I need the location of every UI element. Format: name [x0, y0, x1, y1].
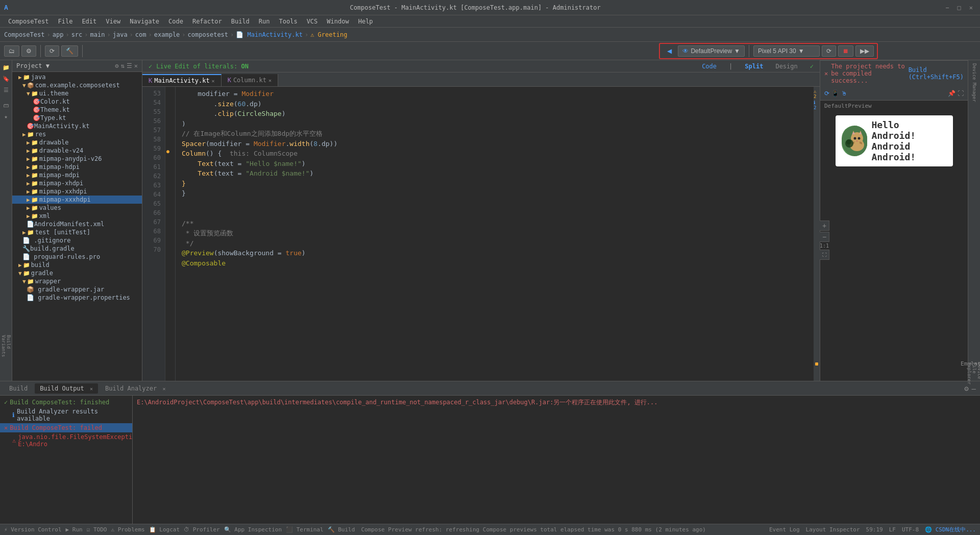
- csdn-indicator[interactable]: 🌐 CSDN在线中...: [925, 526, 976, 533]
- breadcrumb-src[interactable]: src: [71, 31, 83, 38]
- file-explorer-icon[interactable]: Device File Explorer: [969, 369, 979, 379]
- build-tree-exception[interactable]: ⚠ java.nio.file.FileSystemException: E:\…: [0, 432, 132, 449]
- breadcrumb-com[interactable]: com: [135, 31, 146, 38]
- close-button[interactable]: ✕: [966, 4, 976, 11]
- tree-item-gitignore[interactable]: 📄 .gitignore: [12, 236, 142, 245]
- expand-icon[interactable]: ⇅: [121, 62, 125, 69]
- settings-icon[interactable]: ☰: [127, 62, 132, 69]
- logcat-button[interactable]: 📋 Logcat: [149, 526, 180, 533]
- build-tree-finished[interactable]: ✓ Build ComposeTest: finished: [0, 398, 132, 407]
- tab-split[interactable]: Split: [741, 62, 767, 71]
- tree-item-proguard[interactable]: 📄 proguard-rules.pro: [12, 253, 142, 261]
- problems-button[interactable]: ⚠ Problems: [111, 526, 144, 533]
- run-all-button[interactable]: ▶▶: [855, 45, 874, 57]
- close-build-analyzer[interactable]: ✕: [162, 386, 165, 392]
- menu-refactor[interactable]: Refactor: [188, 17, 226, 26]
- project-sidebar-icon[interactable]: 📁: [1, 62, 11, 72]
- window-controls[interactable]: − □ ✕: [942, 4, 976, 11]
- tree-item-drawable-v24[interactable]: ▶📁 drawable-v24: [12, 147, 142, 155]
- tab-build-main[interactable]: Build: [4, 383, 33, 394]
- structure-icon[interactable]: ☰: [1, 85, 11, 95]
- app-inspection-button[interactable]: 🔍 App Inspection: [224, 526, 282, 533]
- breadcrumb-greeting[interactable]: ⚠ Greeting: [310, 31, 347, 38]
- menu-code[interactable]: Code: [164, 17, 187, 26]
- tree-item-com-example[interactable]: ▼📦 com.example.composetest: [12, 81, 142, 89]
- build-button[interactable]: 🔨 Build: [328, 526, 355, 533]
- menu-edit[interactable]: Edit: [78, 17, 101, 26]
- tree-item-gradle-wrapper-jar[interactable]: 📦 gradle-wrapper.jar: [12, 285, 142, 294]
- gear-icon[interactable]: ⚙: [115, 62, 118, 69]
- minimize-button[interactable]: −: [942, 4, 952, 11]
- menu-help[interactable]: Help: [354, 17, 377, 26]
- tree-item-values[interactable]: ▶📁 values: [12, 204, 142, 212]
- device-manager-icon[interactable]: Device Manager: [968, 62, 981, 103]
- device-selector[interactable]: Pixel 5 API 30 ▼: [753, 45, 820, 57]
- breadcrumb-main[interactable]: main: [90, 31, 105, 38]
- tree-item-gradle-wrapper-props[interactable]: 📄 gradle-wrapper.properties: [12, 294, 142, 302]
- menu-build[interactable]: Build: [227, 17, 254, 26]
- menu-view[interactable]: View: [102, 17, 125, 26]
- tree-item-color[interactable]: 🎯 Color.kt: [12, 98, 142, 106]
- zoom-in-button[interactable]: +: [819, 221, 829, 231]
- resource-manager-icon[interactable]: 🗃: [1, 100, 11, 110]
- tab-close-mainactivity[interactable]: ✕: [212, 78, 215, 84]
- tree-item-test[interactable]: ▶📁 test [unitTest]: [12, 228, 142, 236]
- terminal-button[interactable]: ⬛ Terminal: [286, 526, 324, 533]
- preview-panel-expand-icon[interactable]: ⛶: [958, 90, 964, 97]
- fit-screen-button[interactable]: ⛶: [819, 250, 829, 260]
- layout-inspector-button[interactable]: Layout Inspector: [806, 526, 860, 533]
- deploy-to-device-icon[interactable]: 📱: [831, 90, 839, 97]
- build-action-link[interactable]: Build (Ctrl+Shift+F5): [909, 66, 964, 81]
- interact-mode-icon[interactable]: 🖱: [841, 90, 847, 97]
- breadcrumb-composetest-pkg[interactable]: composetest: [188, 31, 228, 38]
- preview-selector[interactable]: 👁 DefaultPreview ▼: [678, 45, 745, 57]
- stop-button[interactable]: ⏹: [838, 45, 853, 57]
- bookmark-icon[interactable]: 🔖: [1, 74, 11, 84]
- menu-tools[interactable]: Tools: [275, 17, 302, 26]
- tree-item-mipmap-hdpi[interactable]: ▶📁 mipmap-hdpi: [12, 163, 142, 171]
- minimize-bottom-icon[interactable]: —: [972, 384, 976, 393]
- todo-button[interactable]: ☑ TODO: [87, 526, 107, 533]
- run-status-button[interactable]: ▶ Run: [66, 526, 83, 533]
- version-control-button[interactable]: ⚡ Version Control: [4, 526, 62, 533]
- tab-code[interactable]: Code: [698, 62, 721, 71]
- menu-run[interactable]: Run: [255, 17, 274, 26]
- tree-item-wrapper[interactable]: ▼📁 wrapper: [12, 277, 142, 285]
- tree-item-mipmap-xhdpi[interactable]: ▶📁 mipmap-xhdpi: [12, 179, 142, 187]
- tab-build-output[interactable]: Build Output ✕: [35, 383, 98, 394]
- favorites-icon[interactable]: ★: [1, 111, 11, 121]
- tree-item-mipmap-mdpi[interactable]: ▶📁 mipmap-mdpi: [12, 171, 142, 179]
- tree-item-res[interactable]: ▶📁 res: [12, 130, 142, 138]
- tree-item-androidmanifest[interactable]: 📄 AndroidManifest.xml: [12, 220, 142, 228]
- breadcrumb-app[interactable]: app: [53, 31, 64, 38]
- tree-item-mainactivity[interactable]: 🎯 MainActivity.kt: [12, 122, 142, 130]
- tree-item-xml[interactable]: ▶📁 xml: [12, 212, 142, 220]
- refresh-preview-icon[interactable]: ⟳: [824, 90, 829, 97]
- tree-item-drawable[interactable]: ▶📁 drawable: [12, 138, 142, 147]
- profiler-button[interactable]: ⏱ Profiler: [184, 526, 220, 533]
- refresh-previews-button[interactable]: ⟳: [822, 45, 836, 57]
- tab-build-analyzer[interactable]: Build Analyzer ✕: [100, 383, 170, 394]
- project-structure-button[interactable]: 🗂: [4, 45, 19, 57]
- code-editor[interactable]: ⚠ 2 ℹ 2 53 54 55 56 57 58 59 60 61 62 63…: [142, 87, 820, 381]
- maximize-button[interactable]: □: [954, 4, 964, 11]
- tree-item-java[interactable]: ▶📁 java: [12, 73, 142, 81]
- build-variants-icon[interactable]: Build Variants: [0, 335, 12, 366]
- menu-navigate[interactable]: Navigate: [126, 17, 163, 26]
- build-tree-analyzer[interactable]: ℹ Build Analyzer results available: [0, 407, 132, 423]
- menu-composetest[interactable]: ComposeTest: [4, 17, 53, 26]
- zoom-out-button[interactable]: −: [819, 232, 829, 242]
- tab-mainactivity[interactable]: K MainActivity.kt ✕: [142, 74, 222, 86]
- tree-item-mipmap-xxhdpi[interactable]: ▶📁 mipmap-xxhdpi: [12, 187, 142, 196]
- event-log-button[interactable]: Event Log: [769, 526, 800, 533]
- breadcrumb-java[interactable]: java: [113, 31, 128, 38]
- breadcrumb-mainactivity[interactable]: 📄 MainActivity.kt: [236, 31, 303, 38]
- tab-column[interactable]: K Column.kt ✕: [222, 74, 278, 86]
- close-build-output[interactable]: ✕: [90, 386, 93, 392]
- tree-item-mipmap-xxxhdpi[interactable]: ▶📁 mipmap-xxxhdpi: [12, 196, 142, 204]
- tree-item-mipmap-anydpi[interactable]: ▶📁 mipmap-anydpi-v26: [12, 155, 142, 163]
- tree-item-theme[interactable]: 🎯 Theme.kt: [12, 106, 142, 114]
- tree-item-build-gradle[interactable]: 🔧 build.gradle: [12, 245, 142, 253]
- tree-item-type[interactable]: 🎯 Type.kt: [12, 114, 142, 122]
- breadcrumb-composetest[interactable]: ComposeTest: [4, 31, 44, 38]
